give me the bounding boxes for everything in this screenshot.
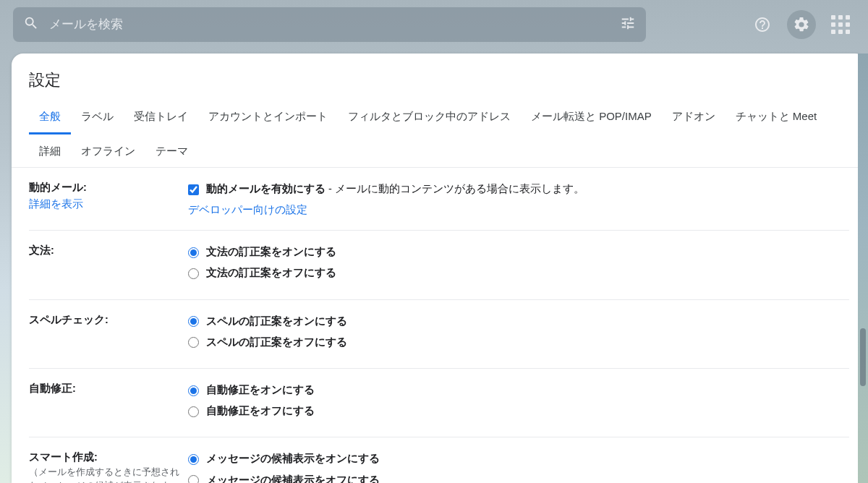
smart-content: メッセージの候補表示をオンにする メッセージの候補表示をオフにする スマート作成… bbox=[188, 450, 849, 483]
smart-label-text: スマート作成: bbox=[29, 451, 98, 463]
smart-off-radio[interactable] bbox=[188, 475, 199, 483]
tab-chat-meet[interactable]: チャットと Meet bbox=[726, 103, 827, 134]
smart-label: スマート作成: （メールを作成するときに予想されたメッセージの候補が表示されます… bbox=[29, 450, 188, 483]
dynamic-mail-content: 動的メールを有効にする - メールに動的コンテンツがある場合に表示します。 デベ… bbox=[188, 181, 849, 217]
dynamic-label-text: 動的メール: bbox=[29, 181, 87, 193]
spell-label-text: スペルチェック: bbox=[29, 314, 109, 325]
page-title: 設定 bbox=[12, 54, 867, 98]
tab-labels[interactable]: ラベル bbox=[71, 103, 124, 134]
developer-settings-link[interactable]: デベロッパー向けの設定 bbox=[188, 203, 307, 217]
tab-inbox[interactable]: 受信トレイ bbox=[124, 103, 198, 134]
apps-icon bbox=[831, 15, 850, 34]
smart-on-radio[interactable] bbox=[188, 454, 199, 465]
autocorrect-label: 自動修正: bbox=[29, 382, 188, 424]
tab-filters[interactable]: フィルタとブロック中のアドレス bbox=[338, 103, 521, 134]
tab-offline[interactable]: オフライン bbox=[71, 137, 145, 167]
row-smart-compose: スマート作成: （メールを作成するときに予想されたメッセージの候補が表示されます… bbox=[29, 437, 849, 483]
autocorrect-on-radio[interactable] bbox=[188, 385, 199, 396]
spell-off-label: スペルの訂正案をオフにする bbox=[206, 334, 347, 351]
grammar-on-radio[interactable] bbox=[188, 247, 199, 258]
tune-icon[interactable] bbox=[620, 15, 636, 34]
spell-label: スペルチェック: bbox=[29, 313, 188, 355]
row-spell: スペルチェック: スペルの訂正案をオンにする スペルの訂正案をオフにする bbox=[29, 300, 849, 369]
dynamic-mail-label: 動的メール: 詳細を表示 bbox=[29, 181, 188, 217]
spell-on-label: スペルの訂正案をオンにする bbox=[206, 313, 347, 330]
smart-on-label: メッセージの候補表示をオンにする bbox=[206, 450, 380, 467]
settings-button[interactable] bbox=[787, 10, 816, 39]
tab-advanced[interactable]: 詳細 bbox=[29, 137, 71, 167]
autocorrect-content: 自動修正をオンにする 自動修正をオフにする bbox=[188, 382, 849, 424]
tab-general[interactable]: 全般 bbox=[29, 103, 71, 134]
row-grammar: 文法: 文法の訂正案をオンにする 文法の訂正案をオフにする bbox=[29, 231, 849, 299]
tab-addons[interactable]: アドオン bbox=[662, 103, 726, 134]
search-input[interactable] bbox=[49, 17, 610, 32]
spell-on-radio[interactable] bbox=[188, 316, 199, 327]
apps-button[interactable] bbox=[826, 10, 855, 39]
settings-panel: 設定 全般 ラベル 受信トレイ アカウントとインポート フィルタとブロック中のア… bbox=[12, 54, 867, 483]
tab-forwarding[interactable]: メール転送と POP/IMAP bbox=[521, 103, 662, 134]
autocorrect-off-label: 自動修正をオフにする bbox=[206, 403, 315, 419]
grammar-off-radio[interactable] bbox=[188, 268, 199, 279]
autocorrect-on-label: 自動修正をオンにする bbox=[206, 382, 315, 398]
top-actions bbox=[748, 10, 855, 39]
search-icon bbox=[23, 15, 39, 34]
search-container[interactable] bbox=[13, 7, 646, 42]
help-button[interactable] bbox=[748, 10, 777, 39]
grammar-on-label: 文法の訂正案をオンにする bbox=[206, 244, 336, 260]
show-detail-link[interactable]: 詳細を表示 bbox=[29, 197, 83, 211]
grammar-label: 文法: bbox=[29, 244, 188, 286]
autocorrect-off-radio[interactable] bbox=[188, 406, 199, 417]
scrollbar-thumb[interactable] bbox=[860, 328, 866, 386]
enable-dynamic-checkbox[interactable] bbox=[188, 184, 199, 195]
scrollbar-track[interactable] bbox=[858, 54, 868, 483]
grammar-label-text: 文法: bbox=[29, 244, 54, 256]
smart-sub-text: （メールを作成するときに予想されたメッセージの候補が表示されます） bbox=[29, 466, 188, 483]
row-autocorrect: 自動修正: 自動修正をオンにする 自動修正をオフにする bbox=[29, 369, 849, 437]
spell-off-radio[interactable] bbox=[188, 337, 199, 348]
tab-theme[interactable]: テーマ bbox=[145, 137, 198, 167]
top-bar bbox=[0, 0, 868, 52]
tabs-row: 全般 ラベル 受信トレイ アカウントとインポート フィルタとブロック中のアドレス… bbox=[12, 98, 867, 168]
spell-content: スペルの訂正案をオンにする スペルの訂正案をオフにする bbox=[188, 313, 849, 355]
autocorrect-label-text: 自動修正: bbox=[29, 382, 76, 394]
grammar-content: 文法の訂正案をオンにする 文法の訂正案をオフにする bbox=[188, 244, 849, 286]
smart-off-label: メッセージの候補表示をオフにする bbox=[206, 472, 380, 484]
tab-accounts[interactable]: アカウントとインポート bbox=[198, 103, 338, 134]
grammar-off-label: 文法の訂正案をオフにする bbox=[206, 265, 336, 281]
settings-body: 動的メール: 詳細を表示 動的メールを有効にする - メールに動的コンテンツがあ… bbox=[12, 168, 867, 483]
enable-dynamic-label: 動的メールを有効にする bbox=[206, 183, 326, 195]
enable-dynamic-suffix: - メールに動的コンテンツがある場合に表示します。 bbox=[326, 183, 584, 195]
row-dynamic-mail: 動的メール: 詳細を表示 動的メールを有効にする - メールに動的コンテンツがあ… bbox=[29, 168, 849, 231]
